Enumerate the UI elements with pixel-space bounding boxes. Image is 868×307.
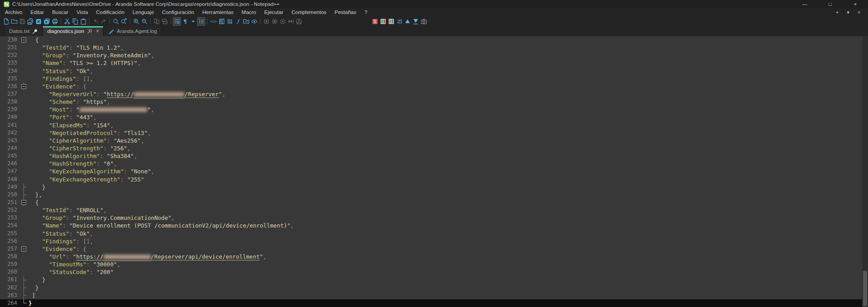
code-line[interactable]: 257 "Evidence": { <box>0 245 868 253</box>
plugin-next-diff-icon[interactable] <box>411 17 420 26</box>
new-tab-icon[interactable]: + <box>832 9 843 15</box>
code-line[interactable]: 260 "StatusCode": "200" <box>0 268 868 276</box>
close-all-files-icon[interactable] <box>42 17 51 26</box>
code-line[interactable]: 252 "TestId": "ENROLL", <box>0 206 868 214</box>
show-symbols-dropdown-icon[interactable] <box>189 17 197 26</box>
menu-item-ejecutar[interactable]: Ejecutar <box>260 9 288 15</box>
new-file-icon[interactable] <box>2 17 10 26</box>
plugin-mime-tools-icon[interactable]: 1 <box>371 17 379 26</box>
code-line[interactable]: 264} <box>0 299 868 307</box>
cut-icon[interactable] <box>63 17 71 26</box>
code-line[interactable]: 250 }, <box>0 191 868 199</box>
menu-item-vista[interactable]: Vista <box>72 9 92 15</box>
sync-horizontal-scroll-icon[interactable] <box>160 17 169 26</box>
tab-aranda-agent-log[interactable]: Aranda.Agent.log <box>104 26 161 36</box>
code-area[interactable]: 230 {231 "TestId": "TLS Min 1.2",232 "Gr… <box>0 36 868 307</box>
code-line[interactable]: 242 "NegotiatedProtocol": "Tls13", <box>0 129 868 137</box>
file-monitoring-icon[interactable] <box>250 17 258 26</box>
undo-icon[interactable] <box>91 17 99 26</box>
pin-outline-icon[interactable] <box>87 28 93 34</box>
scrollbar-thumb[interactable] <box>863 271 867 306</box>
code-line[interactable]: 245 "HashAlgorithm": "Sha384", <box>0 152 868 160</box>
macro-stop-icon[interactable] <box>270 17 278 26</box>
code-line[interactable]: 238 "Scheme": "https", <box>0 98 868 106</box>
code-line[interactable]: 263 ] <box>0 292 868 299</box>
show-indent-guide-icon[interactable] <box>197 17 205 26</box>
code-line[interactable]: 233 "Name": "TLS >= 1.2 (HTTPS)", <box>0 59 868 67</box>
vertical-scrollbar[interactable] <box>862 36 868 307</box>
code-line[interactable]: 230 { <box>0 36 868 44</box>
code-line[interactable]: 243 "CipherAlgorithm": "Aes256", <box>0 137 868 144</box>
menu-item--[interactable]: ? <box>360 9 371 15</box>
fold-toggle-icon[interactable] <box>19 83 28 90</box>
document-list-icon[interactable] <box>226 17 234 26</box>
code-line[interactable]: 258 "Url": "https:///Repserver/api/devic… <box>0 253 868 260</box>
code-line[interactable]: 234 "Status": "Ok", <box>0 67 868 75</box>
tab-list-icon[interactable]: ▾ <box>843 9 854 15</box>
plugin-prev-diff-icon[interactable] <box>403 17 411 26</box>
editor[interactable]: 230 {231 "TestId": "TLS Min 1.2",232 "Gr… <box>0 36 868 307</box>
document-map-icon[interactable] <box>217 17 226 26</box>
code-line[interactable]: 261 } <box>0 276 868 284</box>
macro-play-icon[interactable] <box>278 17 287 26</box>
save-all-icon[interactable] <box>26 17 34 26</box>
close-button[interactable]: × <box>843 0 868 8</box>
paste-icon[interactable] <box>79 17 87 26</box>
menu-item-editar[interactable]: Editar <box>26 9 48 15</box>
code-line[interactable]: 240 "Port": "443", <box>0 113 868 121</box>
code-line[interactable]: 237 "RepserverUrl": "https:///Repserver"… <box>0 90 868 98</box>
menu-item-macro[interactable]: Macro <box>238 9 260 15</box>
zoom-in-icon[interactable] <box>132 17 140 26</box>
save-file-icon[interactable] <box>18 17 26 26</box>
maximize-button[interactable]: □ <box>817 0 843 8</box>
plugin-snapshot-icon[interactable] <box>420 17 428 26</box>
code-line[interactable]: 246 "HashStrength": "0", <box>0 160 868 167</box>
code-line[interactable]: 232 "Group": "Inventory.RemoteAdmin", <box>0 51 868 59</box>
copy-icon[interactable] <box>71 17 79 26</box>
open-file-icon[interactable] <box>10 17 18 26</box>
show-all-characters-icon[interactable]: ¶ <box>181 17 189 26</box>
close-file-icon[interactable] <box>34 17 42 26</box>
code-line[interactable]: 259 "TimeoutMs": "30000", <box>0 260 868 268</box>
fold-toggle-icon[interactable] <box>19 245 28 253</box>
find-icon[interactable] <box>112 17 120 26</box>
zoom-out-icon[interactable] <box>140 17 148 26</box>
macro-record-icon[interactable] <box>262 17 270 26</box>
code-line[interactable]: 239 "Host": "", <box>0 106 868 113</box>
word-wrap-icon[interactable] <box>173 17 181 26</box>
code-line[interactable]: 262 } <box>0 284 868 292</box>
folder-as-workspace-icon[interactable] <box>242 17 250 26</box>
code-line[interactable]: 249 } <box>0 183 868 191</box>
macro-run-multiple-icon[interactable] <box>287 17 295 26</box>
menu-item-complementos[interactable]: Complementos <box>288 9 330 15</box>
menu-item-archivo[interactable]: Archivo <box>1 9 26 15</box>
code-line[interactable]: 255 "Status": "Ok", <box>0 230 868 237</box>
print-icon[interactable] <box>51 17 59 26</box>
code-line[interactable]: 256 "Findings": [], <box>0 237 868 245</box>
code-line[interactable]: 235 "Findings": [], <box>0 75 868 83</box>
fold-toggle-icon[interactable] <box>19 36 28 44</box>
menu-item-herramientas[interactable]: Herramientas <box>198 9 238 15</box>
close-tab-icon[interactable]: × <box>96 28 99 34</box>
menu-item-configuraci-n[interactable]: Configuración <box>158 9 198 15</box>
code-line[interactable]: 231 "TestId": "TLS Min 1.2", <box>0 44 868 51</box>
menu-item-codificaci-n[interactable]: Codificación <box>92 9 129 15</box>
replace-icon[interactable] <box>120 17 128 26</box>
code-line[interactable]: 241 "ElapsedMs": "154", <box>0 121 868 129</box>
menu-item-lenguaje[interactable]: Lenguaje <box>128 9 158 15</box>
plugin-compare-options-icon[interactable] <box>395 17 403 26</box>
tab-diagnostics-json[interactable]: diagnostics.json× <box>42 26 104 36</box>
tab-datos-txt[interactable]: Datos.txt <box>5 26 42 36</box>
macro-save-icon[interactable] <box>295 17 303 26</box>
plugin-compare-icon[interactable] <box>387 17 395 26</box>
fold-toggle-icon[interactable] <box>19 199 28 206</box>
function-list-icon[interactable]: ƒ <box>234 17 242 26</box>
code-line[interactable]: 251 { <box>0 199 868 206</box>
code-line[interactable]: 248 "KeyExchangeStrength": "255" <box>0 176 868 183</box>
code-line[interactable]: 254 "Name": "Device enrollment (POST /co… <box>0 222 868 229</box>
menu-item-buscar[interactable]: Buscar <box>48 9 72 15</box>
code-line[interactable]: 253 "Group": "Inventory.CommunicationNod… <box>0 214 868 222</box>
pin-icon[interactable] <box>32 28 38 34</box>
code-line[interactable]: 236 "Evidence": { <box>0 83 868 90</box>
minimize-button[interactable]: — <box>792 0 817 8</box>
